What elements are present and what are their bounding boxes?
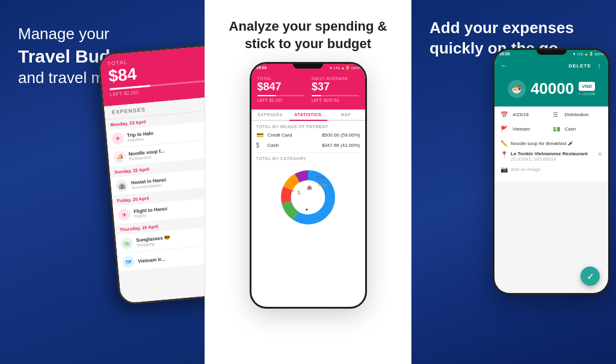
flag-icon: 🚩 xyxy=(500,126,509,132)
payment-credit-card: 💳 Credit Card $500.00 (59.00%) xyxy=(256,132,360,138)
currency-sub: ≈ +23,206 xyxy=(579,92,595,96)
close-icon[interactable]: ✕ xyxy=(597,151,602,158)
cash-icon: $ xyxy=(256,142,265,149)
phone2-notch xyxy=(293,64,323,69)
tab-map[interactable]: MAP xyxy=(327,110,365,120)
toolbar-actions: DELETE ⋮ xyxy=(568,63,602,69)
more-icon[interactable]: ⋮ xyxy=(597,63,602,69)
location-name: Le Tonkin Vietnamese Restaurant xyxy=(511,151,594,156)
svg-text:10.1%: 10.1% xyxy=(318,184,328,187)
phone3-notch xyxy=(537,50,567,55)
divider xyxy=(256,152,360,153)
location-row: 📍 Le Tonkin Vietnamese Restaurant 21.033… xyxy=(500,151,602,162)
section-payment-label: TOTAL BY MEANS OF PAYMENT xyxy=(256,125,360,129)
panel-3: Add your expenses quickly on the go 09:0… xyxy=(411,0,616,364)
phone2-status-icons: ▼ LTE ▲ 🔋 100% xyxy=(329,66,360,70)
distribution-icon: ☰ xyxy=(553,111,561,118)
amount-number: 40000 xyxy=(531,79,574,98)
date-row: 📅 4/23/18 xyxy=(500,111,550,118)
panel-1: Manage your Travel Budget and travel mor… xyxy=(0,0,205,364)
expense-details-6: Vietnam tr... xyxy=(138,250,205,264)
phone2-content: TOTAL BY MEANS OF PAYMENT 💳 Credit Card … xyxy=(251,121,365,234)
country-row: 🚩 Vietnam xyxy=(500,126,550,132)
donut-chart: 8.7% 10.1% 10.2% 12.0% 59.0% ✈ 🏃 🏨 xyxy=(275,164,341,230)
phone3-status-icons: ▼ LTE ▲ 🔋 100% xyxy=(573,52,603,56)
expense-icon-1: ✈ xyxy=(111,132,125,145)
credit-card-name: Credit Card xyxy=(268,132,319,138)
noodle-row: ✏️ Noodle soup for Breakfast 🌶 xyxy=(500,140,602,147)
food-icon: 🍜 xyxy=(508,80,526,98)
svg-text:12.0%: 12.0% xyxy=(282,203,291,206)
payment-cash: $ Cash $347.66 (41.00%) xyxy=(256,142,360,149)
expense-icon-5: 🛍 xyxy=(120,237,134,250)
credit-card-icon: 💳 xyxy=(256,132,265,138)
image-row: 📷 Add an image xyxy=(500,166,602,173)
svg-text:59.0%: 59.0% xyxy=(309,217,319,220)
currency-badge: VND xyxy=(579,82,595,91)
pencil-icon: ✏️ xyxy=(500,140,508,147)
phone-mockup-1: TOTAL $84 LEFT: $2,152 EXPENSES Monday, … xyxy=(97,43,205,306)
distribution-text: Distribution xyxy=(565,112,589,117)
noodle-text: Noodle soup for Breakfast 🌶 xyxy=(511,141,573,146)
panel-2: Analyze your spending & stick to your bu… xyxy=(205,0,411,364)
stat-total: TOTAL $847 LEFT: $2,152 xyxy=(257,76,305,102)
add-image-text[interactable]: Add an image xyxy=(511,167,540,172)
phone3-toolbar: ← DELETE ⋮ xyxy=(494,58,608,73)
phone3-screen: 09:00 ▼ LTE ▲ 🔋 100% ← DELETE ⋮ 🍜 40000 … xyxy=(494,50,608,293)
camera-icon: 📷 xyxy=(500,166,508,173)
payment-text: Cash xyxy=(565,126,576,132)
expense-icon-2: 🍜 xyxy=(112,150,126,164)
location-coords: 21.03341, 105.85014 xyxy=(511,156,594,162)
tab-statistics[interactable]: STATISTICS xyxy=(289,110,327,121)
expense-icon-6: 🗺 xyxy=(122,256,135,269)
country-text: Vietnam xyxy=(513,126,530,132)
donut-chart-container: 8.7% 10.1% 10.2% 12.0% 59.0% ✈ 🏃 🏨 xyxy=(256,164,360,230)
back-icon[interactable]: ← xyxy=(500,61,508,70)
expense-details-3: Hostel in Hanoi Accommodation xyxy=(131,172,205,190)
cash-name: Cash xyxy=(268,143,319,148)
credit-card-amount: $500.00 (59.00%) xyxy=(322,132,360,138)
calendar-icon: 📅 xyxy=(500,111,509,118)
phone2-screen: 09:00 ▼ LTE ▲ 🔋 100% TOTAL $847 LEFT: $2… xyxy=(251,64,365,307)
svg-text:8.7%: 8.7% xyxy=(316,176,324,179)
phone3-details: 📅 4/23/18 ☰ Distribution 🚩 Vietnam xyxy=(494,106,608,182)
stat-daily: DAILY AVERAGE $37 LEFT: $197.62 xyxy=(312,76,359,102)
phone1-header: TOTAL $84 LEFT: $2,152 xyxy=(99,45,205,106)
date-text: 4/23/18 xyxy=(513,112,529,117)
phone-1-screen: TOTAL $84 LEFT: $2,152 EXPENSES Monday, … xyxy=(99,45,205,303)
section-category-label: TOTAL BY CATEGORY xyxy=(256,156,360,161)
expense-details-5: Sunglasses 😎 Shopping xyxy=(136,230,205,247)
phone3-time: 09:00 xyxy=(499,52,510,56)
svg-text:🏃: 🏃 xyxy=(296,191,302,196)
svg-text:✈: ✈ xyxy=(305,207,309,212)
svg-text:🏨: 🏨 xyxy=(307,185,313,190)
phone2-tabs: EXPENSES STATISTICS MAP xyxy=(251,110,365,121)
expense-details-2: Noodle soup f... Restaurants xyxy=(128,143,205,161)
panel2-headline: Analyze your spending & stick to your bu… xyxy=(217,18,399,52)
expense-icon-3: 🏨 xyxy=(116,179,129,193)
distribution-row: ☰ Distribution xyxy=(553,111,603,118)
fab-button[interactable]: ✓ xyxy=(581,267,600,286)
expense-details-4: Flight to Hanoi Flights xyxy=(134,201,205,218)
tab-expenses[interactable]: EXPENSES xyxy=(251,110,289,120)
fab-icon: ✓ xyxy=(587,271,594,282)
cash-amount: $347.66 (41.00%) xyxy=(322,143,360,148)
payment-row: 💵 Cash xyxy=(553,126,603,132)
phone2-header: TOTAL $847 LEFT: $2,152 DAILY AVERAGE $3… xyxy=(251,72,365,110)
phone-mockup-3: 09:00 ▼ LTE ▲ 🔋 100% ← DELETE ⋮ 🍜 40000 … xyxy=(493,48,610,295)
expense-icon-4: ✈ xyxy=(118,208,131,221)
location-icon: 📍 xyxy=(500,151,508,158)
svg-text:10.2%: 10.2% xyxy=(285,189,295,193)
phone3-amount-area: 🍜 40000 VND ≈ +23,206 xyxy=(494,73,608,106)
phone2-time: 09:00 xyxy=(256,66,267,70)
phone-mockup-2: 09:00 ▼ LTE ▲ 🔋 100% TOTAL $847 LEFT: $2… xyxy=(250,62,367,309)
stats-row: TOTAL $847 LEFT: $2,152 DAILY AVERAGE $3… xyxy=(257,76,359,102)
delete-label[interactable]: DELETE xyxy=(568,63,591,69)
cash-icon-2: 💵 xyxy=(553,126,561,132)
expense-details-1: Trip to Halo Activities xyxy=(127,125,205,143)
